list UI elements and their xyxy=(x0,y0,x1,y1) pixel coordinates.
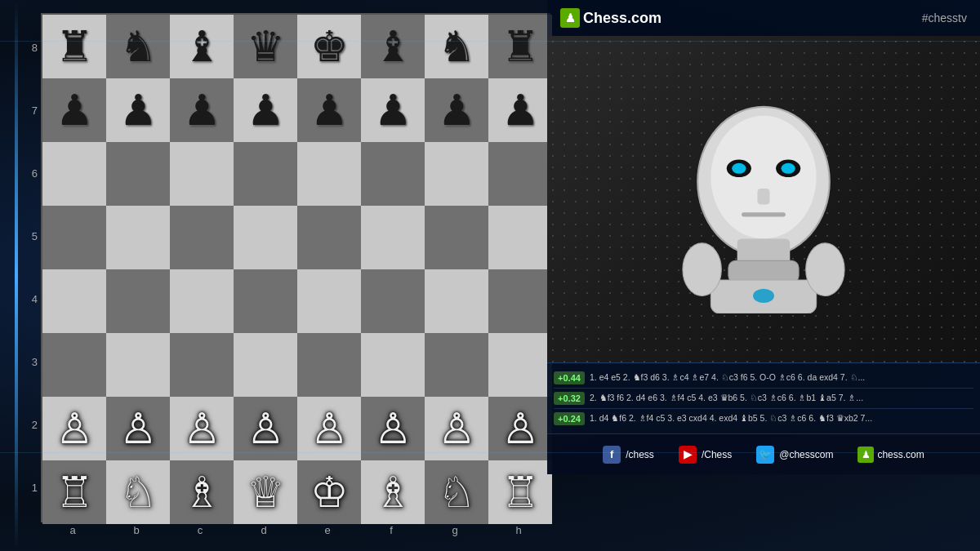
cell-8f[interactable]: ♝ xyxy=(361,15,425,78)
cell-7a[interactable]: ♟ xyxy=(42,78,106,142)
svg-point-11 xyxy=(753,289,774,303)
cell-4a[interactable] xyxy=(42,269,106,333)
cell-1f[interactable]: ♗ xyxy=(361,460,425,524)
youtube-link[interactable]: ▶ /Chess xyxy=(679,446,732,464)
cell-2e[interactable]: ♙ xyxy=(297,397,361,460)
youtube-handle: /Chess xyxy=(702,449,732,460)
rank-label-5: 5 xyxy=(24,205,41,268)
logo-text: Chess.com xyxy=(583,10,662,27)
cell-6f[interactable] xyxy=(361,142,425,206)
piece-wn: ♘ xyxy=(119,471,158,513)
chess-com-website[interactable]: ♟ chess.com xyxy=(858,447,924,463)
eval-badge-1: +0.32 xyxy=(554,392,585,405)
cell-1b[interactable]: ♘ xyxy=(106,460,170,524)
cell-2h[interactable]: ♙ xyxy=(488,397,552,460)
cell-8b[interactable]: ♞ xyxy=(106,15,170,78)
file-labels: abcdefgh xyxy=(41,522,550,538)
cell-6h[interactable] xyxy=(488,142,552,206)
cell-6b[interactable] xyxy=(106,142,170,206)
cell-3g[interactable] xyxy=(425,333,488,397)
cell-2f[interactable]: ♙ xyxy=(361,397,425,460)
svg-rect-6 xyxy=(757,189,769,204)
cell-1a[interactable]: ♖ xyxy=(42,460,106,524)
cell-7h[interactable]: ♟ xyxy=(488,78,552,142)
cell-2d[interactable]: ♙ xyxy=(234,397,297,460)
facebook-handle: /chess xyxy=(626,449,654,460)
analysis-row-0: +0.441. e4 e5 2. ♞f3 d6 3. ♗c4 ♗e7 4. ♘c… xyxy=(554,368,973,389)
piece-wn: ♘ xyxy=(438,471,476,513)
cell-6e[interactable] xyxy=(297,142,361,206)
cell-2b[interactable]: ♙ xyxy=(106,397,170,460)
rank-label-2: 2 xyxy=(24,393,41,456)
cell-4e[interactable] xyxy=(297,269,361,333)
cell-1h[interactable]: ♖ xyxy=(488,460,552,524)
chess-com-icon: ♟ xyxy=(858,447,874,463)
cell-3a[interactable] xyxy=(42,333,106,397)
cell-7g[interactable]: ♟ xyxy=(425,78,488,142)
piece-bn: ♞ xyxy=(119,25,158,68)
file-label-f: f xyxy=(359,524,423,536)
cell-3b[interactable] xyxy=(106,333,170,397)
cell-8g[interactable]: ♞ xyxy=(425,15,488,78)
cell-3e[interactable] xyxy=(297,333,361,397)
rank-label-4: 4 xyxy=(24,268,41,331)
glow-line-top xyxy=(0,41,980,42)
twitter-link[interactable]: 🐦 @chesscom xyxy=(756,446,833,464)
cell-6d[interactable] xyxy=(234,142,297,206)
cell-6g[interactable] xyxy=(425,142,488,206)
file-label-b: b xyxy=(105,524,168,536)
cell-5e[interactable] xyxy=(297,206,361,269)
cell-4c[interactable] xyxy=(170,269,234,333)
piece-br: ♜ xyxy=(501,25,540,68)
cell-4f[interactable] xyxy=(361,269,425,333)
cell-1d[interactable]: ♕ xyxy=(234,460,297,524)
piece-bb: ♝ xyxy=(183,25,221,68)
cell-2c[interactable]: ♙ xyxy=(170,397,234,460)
cell-5h[interactable] xyxy=(488,206,552,269)
cell-8h[interactable]: ♜ xyxy=(488,15,552,78)
cell-3d[interactable] xyxy=(234,333,297,397)
cell-3h[interactable] xyxy=(488,333,552,397)
cell-5g[interactable] xyxy=(425,206,488,269)
cell-8d[interactable]: ♛ xyxy=(234,15,297,78)
cell-8e[interactable]: ♚ xyxy=(297,15,361,78)
cell-2a[interactable]: ♙ xyxy=(42,397,106,460)
cell-1e[interactable]: ♔ xyxy=(297,460,361,524)
cell-5f[interactable] xyxy=(361,206,425,269)
cell-2g[interactable]: ♙ xyxy=(425,397,488,460)
cell-7c[interactable]: ♟ xyxy=(170,78,234,142)
cell-5c[interactable] xyxy=(170,206,234,269)
glow-line-bottom xyxy=(0,452,980,453)
cell-1c[interactable]: ♗ xyxy=(170,460,234,524)
board-container: 87654321 ♜♞♝♛♚♝♞♜♟♟♟♟♟♟♟♟♙♙♙♙♙♙♙♙♖♘♗♕♔♗♘… xyxy=(24,8,550,543)
piece-wp: ♙ xyxy=(374,407,412,450)
cell-7f[interactable]: ♟ xyxy=(361,78,425,142)
cell-3c[interactable] xyxy=(170,333,234,397)
cell-3f[interactable] xyxy=(361,333,425,397)
cell-8a[interactable]: ♜ xyxy=(42,15,106,78)
cell-7b[interactable]: ♟ xyxy=(106,78,170,142)
cell-6a[interactable] xyxy=(42,142,106,206)
chess-board: ♜♞♝♛♚♝♞♜♟♟♟♟♟♟♟♟♙♙♙♙♙♙♙♙♖♘♗♕♔♗♘♖ xyxy=(41,13,550,522)
file-label-a: a xyxy=(41,524,105,536)
piece-bb: ♝ xyxy=(374,25,412,68)
cell-5b[interactable] xyxy=(106,206,170,269)
cell-1g[interactable]: ♘ xyxy=(425,460,488,524)
twitter-handle: @chesscom xyxy=(779,449,833,460)
facebook-icon: f xyxy=(603,446,621,464)
cell-4g[interactable] xyxy=(425,269,488,333)
cell-8c[interactable]: ♝ xyxy=(170,15,234,78)
cell-4b[interactable] xyxy=(106,269,170,333)
cell-7e[interactable]: ♟ xyxy=(297,78,361,142)
cell-5a[interactable] xyxy=(42,206,106,269)
cell-5d[interactable] xyxy=(234,206,297,269)
cell-4d[interactable] xyxy=(234,269,297,333)
cell-6c[interactable] xyxy=(170,142,234,206)
rank-labels: 87654321 xyxy=(24,13,41,522)
piece-wq: ♕ xyxy=(247,471,285,513)
right-panel: ♟ Chess.com #chesstv xyxy=(547,0,980,551)
cell-4h[interactable] xyxy=(488,269,552,333)
cell-7d[interactable]: ♟ xyxy=(234,78,297,142)
move-text-1: 2. ♞f3 f6 2. d4 e6 3. ♗f4 c5 4. e3 ♛b6 5… xyxy=(590,393,973,404)
facebook-link[interactable]: f /chess xyxy=(603,446,654,464)
